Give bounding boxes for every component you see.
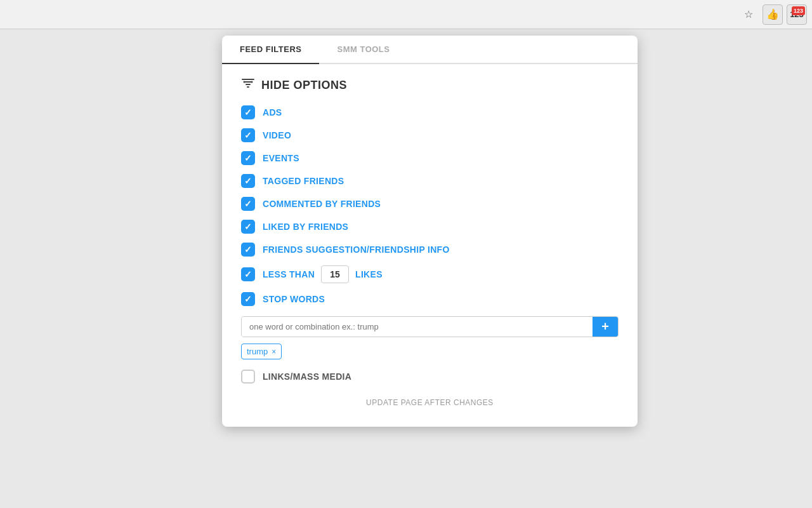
update-page-button[interactable]: UPDATE PAGE AFTER CHANGES xyxy=(366,398,494,407)
tag-chip-trump[interactable]: trump × xyxy=(241,344,282,359)
label-stop-words[interactable]: STOP WORDS xyxy=(263,294,325,304)
star-button[interactable]: ☆ xyxy=(738,4,759,25)
tag-text-trump: trump xyxy=(247,347,268,356)
likes-row: LESS THAN LIKES xyxy=(263,265,383,283)
checkbox-row-video: ✓ VIDEO xyxy=(241,128,619,142)
checkbox-row-links-mass-media: LINKS/MASS MEDIA xyxy=(241,370,619,384)
svg-point-0 xyxy=(244,81,246,83)
likes-input[interactable] xyxy=(321,265,349,283)
thumbs-button[interactable]: 👍 xyxy=(763,4,783,25)
check-icon-ads: ✓ xyxy=(244,108,252,117)
update-button-area: UPDATE PAGE AFTER CHANGES xyxy=(241,396,619,408)
checkbox-friends-suggestion[interactable]: ✓ xyxy=(241,243,255,257)
label-friends-suggestion[interactable]: FRIENDS SUGGESTION/FRIENDSHIP INFO xyxy=(263,244,450,255)
checkbox-row-tagged-friends: ✓ TAGGED FRIENDS xyxy=(241,174,619,188)
extension-button[interactable]: 123 123 xyxy=(787,4,807,25)
label-liked-by-friends[interactable]: LIKED BY FRIENDS xyxy=(263,222,348,232)
stop-words-input-area: + xyxy=(241,316,619,337)
checkbox-commented-by-friends[interactable]: ✓ xyxy=(241,197,255,211)
label-commented-by-friends[interactable]: COMMENTED BY FRIENDS xyxy=(263,199,381,209)
tag-remove-trump[interactable]: × xyxy=(272,347,276,356)
check-icon-events: ✓ xyxy=(244,154,252,163)
svg-point-1 xyxy=(251,81,253,83)
checkbox-row-liked-by-friends: ✓ LIKED BY FRIENDS xyxy=(241,220,619,234)
label-ads[interactable]: ADS xyxy=(263,107,282,117)
filter-icon xyxy=(241,77,255,94)
checkbox-events[interactable]: ✓ xyxy=(241,151,255,165)
check-icon-stop-words: ✓ xyxy=(244,295,252,304)
checkbox-ads[interactable]: ✓ xyxy=(241,105,255,119)
popup-content: HIDE OPTIONS ✓ ADS ✓ VIDEO ✓ EVENTS xyxy=(222,64,638,427)
label-less-than-pre: LESS THAN xyxy=(263,269,315,279)
popup-panel: FEED FILTERS SMM TOOLS HIDE OPTIONS xyxy=(222,36,638,427)
tags-area: trump × xyxy=(241,344,619,359)
checkbox-links-mass-media[interactable] xyxy=(241,370,255,384)
check-icon-less-than: ✓ xyxy=(244,270,252,279)
label-links-mass-media[interactable]: LINKS/MASS MEDIA xyxy=(263,371,351,382)
chrome-toolbar: ☆ 👍 123 123 xyxy=(0,0,812,29)
tab-bar: FEED FILTERS SMM TOOLS xyxy=(222,36,638,64)
stop-words-add-button[interactable]: + xyxy=(593,317,618,337)
checkbox-row-stop-words: ✓ STOP WORDS xyxy=(241,292,619,306)
page-background: FEED FILTERS SMM TOOLS HIDE OPTIONS xyxy=(0,29,812,508)
section-title: HIDE OPTIONS xyxy=(261,79,347,92)
notification-badge: 123 xyxy=(792,6,805,15)
label-video[interactable]: VIDEO xyxy=(263,130,291,140)
stop-words-input[interactable] xyxy=(242,317,593,337)
plus-icon: + xyxy=(601,319,609,334)
checkbox-row-less-than: ✓ LESS THAN LIKES xyxy=(241,265,619,283)
label-less-than-post: LIKES xyxy=(355,269,383,279)
tab-feed-filters[interactable]: FEED FILTERS xyxy=(222,36,319,64)
checkbox-row-friends-suggestion: ✓ FRIENDS SUGGESTION/FRIENDSHIP INFO xyxy=(241,243,619,257)
thumbs-icon: 👍 xyxy=(766,8,779,20)
checkbox-video[interactable]: ✓ xyxy=(241,128,255,142)
checkbox-liked-by-friends[interactable]: ✓ xyxy=(241,220,255,234)
label-tagged-friends[interactable]: TAGGED FRIENDS xyxy=(263,176,344,186)
hide-options-icon xyxy=(241,77,255,91)
checkbox-stop-words[interactable]: ✓ xyxy=(241,292,255,306)
check-icon-friends-suggestion: ✓ xyxy=(244,245,252,254)
checkbox-row-commented-by-friends: ✓ COMMENTED BY FRIENDS xyxy=(241,197,619,211)
checkbox-row-events: ✓ EVENTS xyxy=(241,151,619,165)
checkbox-less-than[interactable]: ✓ xyxy=(241,267,255,281)
check-icon-commented-by-friends: ✓ xyxy=(244,199,252,208)
tab-smm-tools[interactable]: SMM TOOLS xyxy=(319,36,407,64)
label-events[interactable]: EVENTS xyxy=(263,153,299,163)
checkbox-row-ads: ✓ ADS xyxy=(241,105,619,119)
check-icon-video: ✓ xyxy=(244,131,252,140)
checkbox-tagged-friends[interactable]: ✓ xyxy=(241,174,255,188)
star-icon: ☆ xyxy=(744,8,753,20)
check-icon-tagged-friends: ✓ xyxy=(244,177,252,185)
section-header: HIDE OPTIONS xyxy=(241,77,619,94)
check-icon-liked-by-friends: ✓ xyxy=(244,222,252,231)
